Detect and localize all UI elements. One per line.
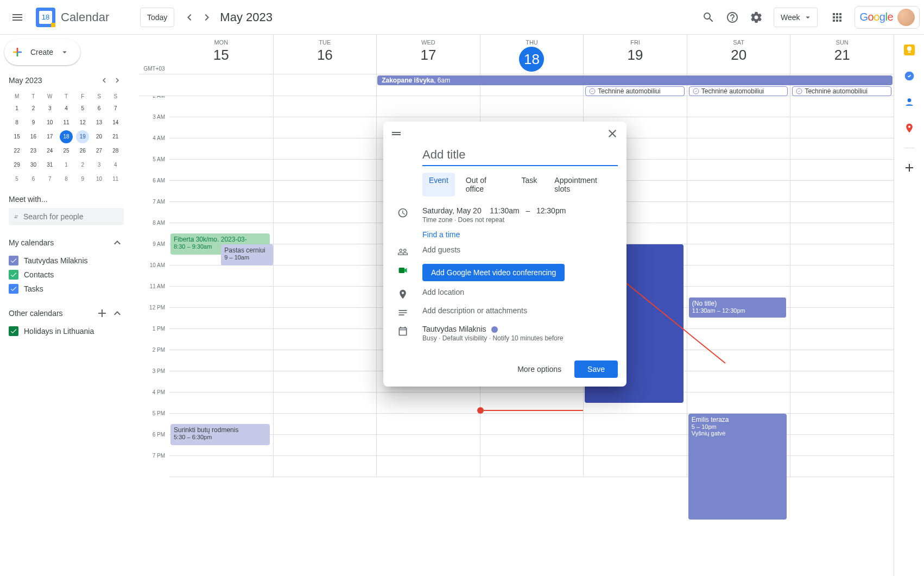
more-options-button[interactable]: More options: [509, 360, 570, 378]
plus-icon[interactable]: [96, 307, 109, 320]
save-button[interactable]: Save: [574, 360, 618, 378]
mini-day[interactable]: 6: [27, 173, 40, 186]
mini-day[interactable]: 29: [10, 159, 23, 172]
settings-button[interactable]: [745, 7, 767, 28]
mini-day[interactable]: 25: [60, 144, 73, 157]
add-description-button[interactable]: Add description or attachments: [422, 306, 618, 315]
event-block[interactable]: (No title)11:30am – 12:30pm: [688, 297, 787, 318]
add-location-button[interactable]: Add location: [422, 288, 618, 296]
mini-day[interactable]: 7: [43, 173, 56, 186]
event-block[interactable]: Pastas cerniui9 – 10am: [221, 244, 273, 265]
event-type-tab[interactable]: Event: [422, 173, 455, 197]
day-header[interactable]: SAT20: [687, 35, 790, 74]
mini-day[interactable]: 2: [27, 102, 40, 115]
account-switcher[interactable]: Google: [855, 6, 920, 29]
support-button[interactable]: [722, 7, 743, 28]
mini-day[interactable]: 1: [60, 159, 73, 172]
search-button[interactable]: [698, 7, 719, 28]
checkbox-icon[interactable]: [9, 270, 18, 280]
mini-next-month[interactable]: [111, 74, 124, 87]
day-column[interactable]: [273, 96, 377, 477]
mini-day[interactable]: 10: [93, 173, 106, 186]
mini-day[interactable]: 11: [60, 116, 73, 129]
day-header[interactable]: MON15: [169, 35, 273, 74]
mini-day[interactable]: 5: [76, 102, 89, 115]
mini-day[interactable]: 7: [109, 102, 122, 115]
calendar-owner-row[interactable]: Tautvydas Milaknis Busy · Default visibi…: [422, 325, 618, 342]
mini-day[interactable]: 28: [109, 144, 122, 157]
popover-close-button[interactable]: [603, 124, 622, 143]
event-time-row[interactable]: Saturday, May 20 11:30am – 12:30pm Time …: [422, 206, 618, 224]
allday-cell[interactable]: [273, 74, 377, 96]
mini-day[interactable]: 11: [109, 173, 122, 186]
user-avatar[interactable]: [897, 9, 915, 26]
prev-week-button[interactable]: [181, 9, 198, 26]
mini-day[interactable]: 3: [43, 102, 56, 115]
allday-task-chip[interactable]: Techninė automobiliui: [792, 86, 891, 96]
allday-event[interactable]: Zakopane išvyka, 6am: [377, 75, 893, 85]
add-meet-button[interactable]: Add Google Meet video conferencing: [422, 264, 565, 281]
event-block[interactable]: Surinkti butų rodmenis5:30 – 6:30pm: [170, 424, 270, 445]
checkbox-icon[interactable]: [9, 326, 18, 336]
search-people-input[interactable]: [23, 212, 118, 221]
mini-day[interactable]: 12: [76, 116, 89, 129]
mini-day[interactable]: 8: [10, 116, 23, 129]
mini-day[interactable]: 10: [43, 116, 56, 129]
mini-prev-month[interactable]: [98, 74, 111, 87]
mini-day[interactable]: 2: [76, 159, 89, 172]
event-type-tab[interactable]: Task: [515, 173, 544, 197]
calendar-item[interactable]: Tasks: [9, 282, 124, 296]
day-header[interactable]: THU18: [480, 35, 584, 74]
mini-day[interactable]: 30: [27, 159, 40, 172]
mini-day[interactable]: 8: [60, 173, 73, 186]
mini-day[interactable]: 17: [43, 130, 56, 143]
search-people-field[interactable]: [9, 208, 124, 225]
maps-app[interactable]: [898, 117, 920, 139]
day-header[interactable]: WED17: [376, 35, 480, 74]
keep-app[interactable]: [898, 39, 920, 61]
view-switcher[interactable]: Week: [774, 8, 818, 27]
allday-task-chip[interactable]: Techninė automobiliui: [689, 86, 788, 96]
my-calendars-toggle[interactable]: My calendars: [9, 236, 124, 249]
mini-day[interactable]: 31: [43, 159, 56, 172]
mini-day[interactable]: 20: [93, 130, 106, 143]
calendar-item[interactable]: Contacts: [9, 268, 124, 282]
mini-day[interactable]: 26: [76, 144, 89, 157]
today-button[interactable]: Today: [140, 8, 174, 27]
mini-day[interactable]: 15: [10, 130, 23, 143]
allday-task-chip[interactable]: Techninė automobiliui: [585, 86, 685, 96]
mini-day[interactable]: 16: [27, 130, 40, 143]
day-column[interactable]: (No title)11:30am – 12:30pmEmilis teraza…: [687, 96, 790, 477]
mini-day[interactable]: 14: [109, 116, 122, 129]
calendar-item[interactable]: Tautvydas Milaknis: [9, 254, 124, 268]
contacts-app[interactable]: [898, 91, 920, 113]
logo[interactable]: Calendar: [35, 7, 109, 28]
mini-day[interactable]: 9: [27, 116, 40, 129]
event-type-tab[interactable]: Appointment slots: [548, 173, 618, 197]
day-header[interactable]: SUN21: [790, 35, 894, 74]
event-type-tab[interactable]: Out of office: [459, 173, 511, 197]
mini-day[interactable]: 27: [93, 144, 106, 157]
other-calendars-toggle[interactable]: Other calendars: [9, 307, 124, 320]
mini-day[interactable]: 5: [10, 173, 23, 186]
tasks-app[interactable]: [898, 65, 920, 87]
day-column[interactable]: [790, 96, 894, 477]
find-a-time-link[interactable]: Find a time: [422, 230, 618, 239]
event-title-input[interactable]: [422, 145, 618, 166]
mini-day[interactable]: 1: [10, 102, 23, 115]
mini-day[interactable]: 24: [43, 144, 56, 157]
mini-day[interactable]: 9: [76, 173, 89, 186]
event-block[interactable]: Emilis teraza5 – 10pmVyšnių gatvė: [688, 414, 787, 520]
allday-cell[interactable]: [169, 74, 273, 96]
mini-day[interactable]: 6: [93, 102, 106, 115]
mini-day[interactable]: 19: [76, 130, 89, 143]
mini-day[interactable]: 21: [109, 130, 122, 143]
mini-day[interactable]: 13: [93, 116, 106, 129]
google-apps-button[interactable]: [826, 7, 848, 28]
day-header[interactable]: TUE16: [273, 35, 377, 74]
current-period[interactable]: May 2023: [220, 10, 273, 24]
add-addon-button[interactable]: [898, 157, 920, 179]
add-guests-input[interactable]: [422, 245, 618, 254]
mini-day[interactable]: 22: [10, 144, 23, 157]
day-header[interactable]: FRI19: [583, 35, 687, 74]
